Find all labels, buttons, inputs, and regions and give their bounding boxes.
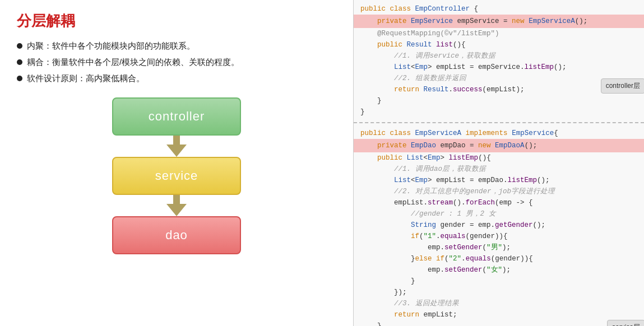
code-line: }	[360, 95, 637, 106]
code-line: public List<Emp> listEmp(){	[360, 152, 637, 164]
code-line: //2. 对员工信息中的gender，job字段进行处理	[360, 186, 637, 197]
list-item: 内聚：软件中各个功能模块内部的功能联系。	[17, 41, 336, 52]
code-line: public class EmpServiceA implements EmpS…	[360, 128, 637, 139]
code-line: empList.stream().forEach(emp -> {	[360, 197, 637, 208]
bullet-text-1: 内聚：软件中各个功能模块内部的功能联系。	[27, 41, 195, 52]
list-item: 耦合：衡量软件中各个层/模块之间的依赖、关联的程度。	[17, 57, 336, 68]
code-line: List<Emp> empList = empDao.listEmp();	[360, 175, 637, 186]
code-line: //1. 调用dao层，获取数据	[360, 164, 637, 175]
code-section-service: public class EmpServiceA implements EmpS…	[354, 123, 644, 326]
arrow-2	[166, 195, 187, 216]
service-badge: service层	[607, 320, 644, 326]
page-title: 分层解耦	[17, 11, 336, 31]
code-section-controller: public class EmpController { private Emp…	[354, 0, 644, 123]
architecture-diagram: controller service dao	[17, 97, 336, 254]
code-line: }else if("2".equals(gender)){	[360, 253, 637, 264]
code-line: }	[360, 276, 637, 287]
arrow-shaft-2	[173, 195, 180, 204]
code-line: List<Emp> empList = empService.listEmp()…	[360, 62, 637, 73]
code-line: @RequestMapping(©v"/listEmp")	[360, 28, 637, 39]
layer-controller-box: controller	[112, 97, 241, 136]
arrow-shaft-1	[173, 136, 180, 145]
bullet-list: 内聚：软件中各个功能模块内部的功能联系。 耦合：衡量软件中各个层/模块之间的依赖…	[17, 41, 336, 84]
code-line: public Result list(){	[360, 39, 637, 50]
code-line: emp.setGender("女");	[360, 264, 637, 276]
layer-service-box: service	[112, 157, 241, 195]
code-line: emp.setGender("男");	[360, 242, 637, 253]
code-line: String gender = emp.getGender();	[360, 220, 637, 231]
code-line: public class EmpController {	[360, 3, 637, 15]
code-line: //3. 返回处理结果	[360, 298, 637, 309]
code-line: }	[360, 320, 637, 326]
code-line: //1. 调用service，获取数据	[360, 50, 637, 62]
bullet-dot	[17, 43, 22, 49]
code-line: }	[360, 106, 637, 118]
list-item: 软件设计原则：高内聚低耦合。	[17, 73, 336, 84]
arrow-head-1	[166, 145, 187, 157]
code-line-highlight: private EmpDao empDao = new EmpDaoA();	[354, 139, 644, 152]
layer-dao-label: dao	[165, 228, 188, 243]
layer-dao-box: dao	[112, 216, 241, 254]
code-line: });	[360, 287, 637, 298]
code-line: if("1".equals(gender)){	[360, 231, 637, 242]
code-line: return empList;	[360, 309, 637, 320]
code-line: //gender : 1 男，2 女	[360, 208, 637, 220]
controller-badge: controller层	[601, 78, 644, 94]
bullet-text-3: 软件设计原则：高内聚低耦合。	[27, 73, 145, 84]
bullet-dot	[17, 76, 22, 81]
code-line: return Result.success(empList);	[360, 84, 637, 95]
code-line: //2. 组装数据并返回	[360, 73, 637, 84]
arrow-1	[166, 136, 187, 157]
layer-controller-label: controller	[149, 109, 205, 124]
layer-service-label: service	[155, 169, 198, 183]
code-line-highlight: private EmpService empService = new EmpS…	[354, 15, 644, 28]
bullet-text-2: 耦合：衡量软件中各个层/模块之间的依赖、关联的程度。	[27, 57, 239, 68]
arrow-head-2	[166, 204, 187, 216]
right-panel: public class EmpController { private Emp…	[353, 0, 644, 326]
left-panel: 分层解耦 内聚：软件中各个功能模块内部的功能联系。 耦合：衡量软件中各个层/模块…	[0, 0, 353, 326]
bullet-dot	[17, 59, 22, 65]
